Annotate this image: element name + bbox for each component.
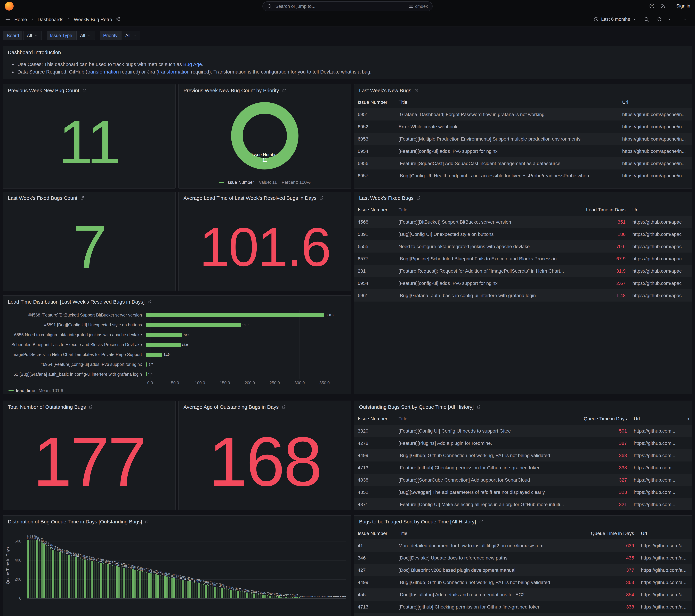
help-icon[interactable]: ? [649, 3, 655, 9]
x-axis-tick: 300.0 [294, 380, 305, 385]
panel-title[interactable]: Dashboard Introduction [8, 49, 61, 55]
breadcrumb-home[interactable]: Home [14, 17, 27, 22]
x-axis-tick: 7 [303, 599, 305, 616]
grafana-logo-icon[interactable] [5, 2, 14, 11]
panel-title[interactable]: Last Week's Fixed Bugs Count [8, 195, 78, 201]
url-link[interactable]: https://github.com... [630, 452, 683, 458]
external-link-icon[interactable] [479, 519, 483, 524]
column-header[interactable]: Issue Number [354, 531, 395, 536]
url-link[interactable]: https://github.com/a... [638, 580, 692, 585]
url-link[interactable]: https://github.com... [630, 502, 683, 507]
column-header[interactable]: Queue Time in Days [579, 416, 630, 421]
url-link[interactable]: https://github.com... [630, 428, 683, 433]
column-header[interactable]: Issue Number [354, 416, 395, 421]
url-link[interactable]: https://github.com/a... [638, 555, 692, 561]
bar-value-label: 302 [132, 565, 134, 569]
panel-title[interactable]: Previous Week New Bug Count by Priority [184, 87, 279, 93]
url-link[interactable]: https://github.com... [630, 477, 683, 483]
x-axis-tick: 102 [223, 599, 225, 616]
panel-title[interactable]: Last Week's Fixed Bugs [359, 195, 413, 201]
legend-item[interactable]: Issue Number [219, 180, 254, 185]
refresh-interval-dropdown[interactable] [667, 16, 674, 23]
panel-title[interactable]: Total Number of Outstanding Bugs [8, 404, 86, 410]
refresh-button[interactable] [654, 15, 665, 23]
url-link[interactable]: https://github.com/apac [629, 293, 692, 298]
column-header[interactable]: Lead Time in Days [578, 207, 629, 212]
filter-issue-type-value[interactable]: All [76, 31, 95, 40]
filter-priority-value[interactable]: All [121, 31, 140, 40]
panel-title[interactable]: Last Week's New Bugs [359, 87, 411, 93]
url-link[interactable]: https://github.com/apac [629, 232, 692, 237]
column-header[interactable]: Queue Time in Days [587, 531, 638, 536]
url-link[interactable]: https://github.com... [630, 440, 683, 446]
time-range-picker[interactable]: Last 6 months [591, 15, 639, 23]
rss-icon[interactable] [660, 3, 665, 9]
url-link[interactable]: https://github.com/a... [638, 604, 692, 610]
external-link-icon[interactable] [145, 519, 149, 524]
external-link-icon[interactable] [282, 405, 286, 409]
url-link[interactable]: https://github.com/apache/in... [619, 136, 692, 141]
column-header[interactable]: Title [395, 99, 619, 105]
x-axis-tick: 122 [214, 599, 216, 616]
transformation-link[interactable]: transformation [87, 69, 119, 74]
url-link[interactable]: https://github.com/a... [638, 567, 692, 573]
panel-title[interactable]: Bugs to be Triaged Sort by Queue Time [A… [359, 518, 476, 524]
url-link[interactable]: https://github.com/apache/in... [619, 161, 692, 166]
chevron-down-icon [87, 34, 91, 37]
column-header[interactable]: Url [619, 99, 692, 105]
external-link-icon[interactable] [416, 195, 421, 200]
breadcrumb-dashboards[interactable]: Dashboards [38, 17, 63, 22]
collapse-bar-button[interactable] [680, 15, 690, 23]
url-link[interactable]: https://github.com/apache/in... [619, 124, 692, 129]
url-link[interactable]: https://github.com/apac [629, 219, 692, 225]
url-link[interactable]: https://github.com/apac [629, 280, 692, 286]
external-link-icon[interactable] [89, 405, 93, 409]
bar-value-label: 402 [86, 555, 88, 560]
panel-title[interactable]: Lead Time Distribution [Last Week's Reso… [8, 298, 145, 304]
menu-icon[interactable] [5, 16, 11, 22]
x-axis-tick: 402 [86, 599, 88, 616]
filter-board-value[interactable]: All [23, 31, 42, 40]
zoom-out-button[interactable] [641, 15, 652, 24]
url-link[interactable]: https://github.com/apache/in... [619, 173, 692, 178]
bar-slot: 107 [221, 535, 223, 598]
share-icon[interactable] [116, 17, 121, 22]
column-header[interactable]: Url [630, 416, 683, 421]
url-link[interactable]: https://github.com/apac [629, 268, 692, 274]
external-link-icon[interactable] [282, 88, 286, 92]
url-link[interactable]: https://github.com/apache/in... [619, 148, 692, 154]
external-link-icon[interactable] [319, 195, 324, 200]
external-link-icon[interactable] [476, 405, 481, 409]
bar [226, 589, 227, 598]
url-link[interactable]: https://github.com... [630, 465, 683, 470]
column-header[interactable]: Issue Number [354, 99, 395, 105]
panel-title[interactable]: Previous Week New Bug Count [8, 87, 79, 93]
panel-title[interactable]: Distribution of Bug Queue Time in Days [… [8, 518, 142, 524]
panel-title[interactable]: Average Age of Outstanding Bugs in Days [184, 404, 279, 410]
column-header[interactable]: Title [395, 531, 587, 536]
url-link[interactable]: https://github.com/apac [629, 244, 692, 249]
external-link-icon[interactable] [82, 88, 86, 92]
transformation-link[interactable]: transformation [158, 69, 190, 74]
panel-title[interactable]: Outstanding Bugs Sort by Queue Time [All… [359, 404, 474, 410]
external-link-icon[interactable] [147, 299, 152, 304]
column-header[interactable]: p [683, 416, 692, 421]
url-link[interactable]: https://github.com/apac [629, 256, 692, 261]
bug-age-link[interactable]: Bug Age [183, 62, 202, 67]
search-input[interactable]: Search or jump to... cmd+k [262, 1, 433, 11]
external-link-icon[interactable] [80, 195, 85, 200]
external-link-icon[interactable] [414, 88, 419, 92]
column-header[interactable]: Title [395, 207, 578, 212]
sign-in-button[interactable]: Sign in [676, 3, 690, 8]
column-header[interactable]: Issue Number [354, 207, 395, 212]
url-link[interactable]: https://github.com/a... [638, 543, 692, 548]
column-header[interactable]: Url [629, 207, 692, 212]
panel-title[interactable]: Average Lead Time of Last Week's Resolve… [184, 195, 317, 201]
legend-item[interactable]: lead_time [9, 388, 35, 393]
url-link[interactable]: https://github.com/apache/in... [619, 112, 692, 117]
column-header[interactable]: Title [395, 416, 579, 421]
url-link[interactable]: https://github.com... [630, 490, 683, 495]
x-axis-tick: 652 [27, 599, 29, 616]
column-header[interactable]: Url [638, 531, 692, 536]
url-link[interactable]: https://github.com/a... [638, 592, 692, 597]
